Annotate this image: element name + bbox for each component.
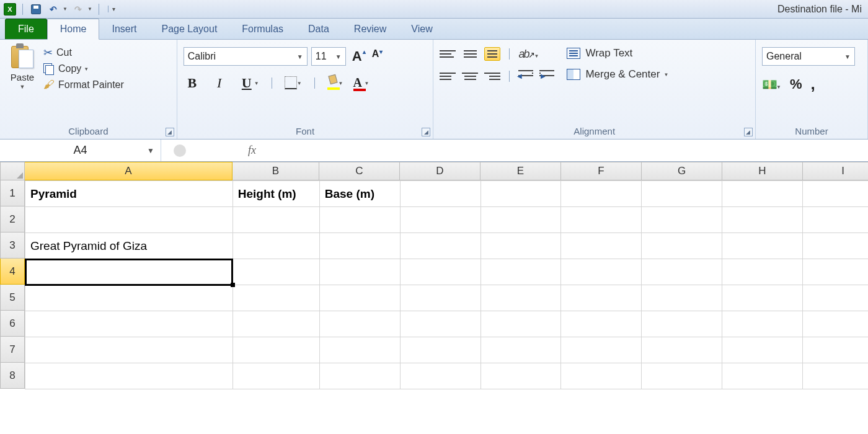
- cell-F2[interactable]: [561, 207, 642, 233]
- cell-A2[interactable]: [25, 207, 233, 233]
- cell-I6[interactable]: [803, 311, 868, 337]
- tab-page-layout[interactable]: Page Layout: [149, 19, 229, 39]
- cell-E8[interactable]: [480, 363, 561, 389]
- col-header-D[interactable]: D: [400, 162, 480, 180]
- cell-E3[interactable]: [480, 233, 561, 259]
- decrease-indent-button[interactable]: ◀: [518, 70, 533, 82]
- col-header-G[interactable]: G: [642, 162, 722, 180]
- cell-I5[interactable]: [803, 285, 868, 311]
- row-header-3[interactable]: 3: [0, 232, 25, 259]
- col-header-C[interactable]: C: [319, 162, 400, 180]
- paste-button[interactable]: Paste ▼: [6, 43, 38, 90]
- cell-G7[interactable]: [642, 337, 722, 363]
- cell-B4[interactable]: [232, 259, 319, 285]
- cell-C6[interactable]: [319, 311, 400, 337]
- save-button[interactable]: [29, 2, 43, 16]
- borders-button[interactable]: [285, 76, 298, 90]
- cell-G8[interactable]: [642, 363, 722, 389]
- borders-dropdown-icon[interactable]: ▼: [297, 81, 302, 86]
- font-dialog-launcher[interactable]: ◢: [422, 128, 430, 136]
- tab-file[interactable]: File: [5, 19, 47, 39]
- format-painter-button[interactable]: 🖌Format Painter: [43, 78, 124, 91]
- grow-font-button[interactable]: A▴: [350, 47, 368, 66]
- cell-I3[interactable]: [803, 233, 868, 259]
- cell-E2[interactable]: [480, 207, 561, 233]
- font-name-combo[interactable]: Calibri▼: [184, 47, 308, 66]
- row-header-8[interactable]: 8: [0, 363, 25, 389]
- tab-review[interactable]: Review: [342, 19, 399, 39]
- number-format-combo[interactable]: General▼: [762, 47, 855, 66]
- cell-E1[interactable]: [480, 181, 561, 207]
- row-header-1[interactable]: 1: [0, 180, 25, 206]
- shrink-font-button[interactable]: A▾: [370, 47, 386, 66]
- paste-dropdown-icon[interactable]: ▼: [20, 84, 25, 90]
- col-header-E[interactable]: E: [480, 162, 561, 180]
- cell-H3[interactable]: [722, 233, 803, 259]
- chevron-down-icon[interactable]: ▼: [147, 146, 154, 155]
- cell-C5[interactable]: [319, 285, 400, 311]
- wrap-text-button[interactable]: Wrap Text: [567, 47, 668, 60]
- col-header-B[interactable]: B: [232, 162, 319, 180]
- cell-G2[interactable]: [642, 207, 722, 233]
- cell-D3[interactable]: [400, 233, 480, 259]
- col-header-H[interactable]: H: [722, 162, 803, 180]
- cell-C1[interactable]: Base (m): [319, 181, 400, 207]
- cancel-formula-icon[interactable]: [174, 144, 186, 157]
- cell-G1[interactable]: [642, 181, 722, 207]
- cell-G4[interactable]: [642, 259, 722, 285]
- select-all-corner[interactable]: [0, 162, 25, 180]
- cell-I4[interactable]: [803, 259, 868, 285]
- tab-home[interactable]: Home: [47, 19, 100, 40]
- formula-bar-input[interactable]: [256, 140, 868, 161]
- cell-G3[interactable]: [642, 233, 722, 259]
- col-header-F[interactable]: F: [561, 162, 642, 180]
- cell-H1[interactable]: [722, 181, 803, 207]
- cell-B8[interactable]: [232, 363, 319, 389]
- cell-B2[interactable]: [232, 207, 319, 233]
- increase-indent-button[interactable]: ▶: [539, 70, 554, 82]
- bold-button[interactable]: B: [184, 74, 201, 92]
- qat-customize-icon[interactable]: ▾: [108, 6, 115, 12]
- cell-B7[interactable]: [232, 337, 319, 363]
- underline-button[interactable]: U: [238, 74, 255, 92]
- redo-dropdown-icon[interactable]: ▼: [87, 6, 92, 12]
- cell-G6[interactable]: [642, 311, 722, 337]
- font-color-button[interactable]: A: [353, 76, 366, 91]
- cell-F4[interactable]: [561, 259, 642, 285]
- cell-H7[interactable]: [722, 337, 803, 363]
- cell-B6[interactable]: [232, 311, 319, 337]
- tab-formulas[interactable]: Formulas: [229, 19, 296, 39]
- cell-I7[interactable]: [803, 337, 868, 363]
- name-box[interactable]: A4▼: [0, 140, 161, 161]
- percent-button[interactable]: %: [790, 76, 802, 92]
- cell-D5[interactable]: [400, 285, 480, 311]
- align-center-button[interactable]: [462, 69, 478, 83]
- tab-insert[interactable]: Insert: [99, 19, 149, 39]
- cell-B5[interactable]: [232, 285, 319, 311]
- excel-app-icon[interactable]: X: [4, 3, 16, 16]
- cell-C3[interactable]: [319, 233, 400, 259]
- cell-D1[interactable]: [400, 181, 480, 207]
- redo-button[interactable]: ↷: [71, 2, 85, 16]
- copy-dropdown-icon[interactable]: ▼: [84, 66, 89, 72]
- clipboard-dialog-launcher[interactable]: ◢: [166, 128, 174, 136]
- cell-A4[interactable]: [25, 259, 233, 285]
- cell-C8[interactable]: [319, 363, 400, 389]
- row-header-7[interactable]: 7: [0, 337, 25, 363]
- cell-A8[interactable]: [25, 363, 233, 389]
- fill-color-button[interactable]: [327, 79, 340, 87]
- cell-B1[interactable]: Height (m): [232, 181, 319, 207]
- align-left-button[interactable]: [440, 69, 456, 83]
- cell-I1[interactable]: [803, 181, 868, 207]
- cell-I8[interactable]: [803, 363, 868, 389]
- row-header-6[interactable]: 6: [0, 311, 25, 337]
- orientation-dropdown-icon[interactable]: ▼: [534, 53, 539, 59]
- undo-button[interactable]: ↶: [46, 2, 60, 16]
- font-size-combo[interactable]: 11▼: [311, 47, 346, 66]
- align-right-button[interactable]: [484, 69, 500, 83]
- cut-button[interactable]: ✂Cut: [43, 46, 124, 60]
- italic-button[interactable]: I: [211, 74, 228, 92]
- currency-button[interactable]: 💵▼: [762, 77, 781, 92]
- cell-H4[interactable]: [722, 259, 803, 285]
- cell-A5[interactable]: [25, 285, 233, 311]
